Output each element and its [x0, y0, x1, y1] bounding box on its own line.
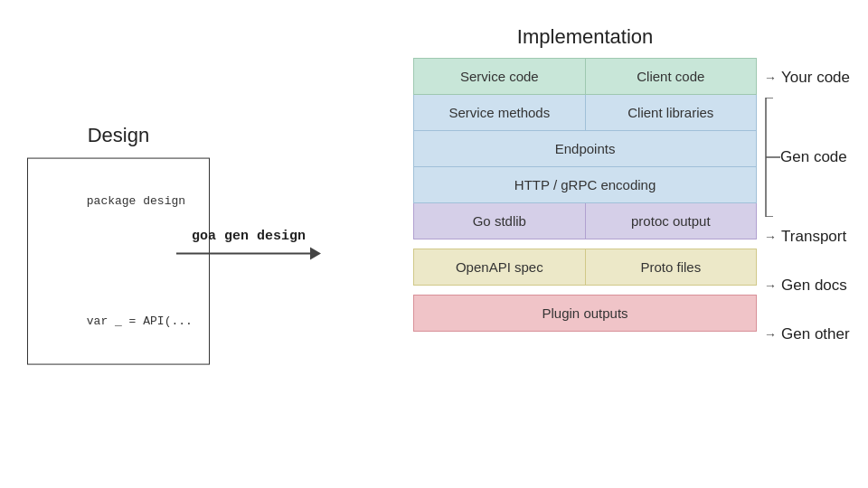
gen-code-brace [764, 98, 780, 217]
blue-cell-http-grpc: HTTP / gRPC encoding [414, 167, 756, 202]
arrow-line [176, 248, 321, 260]
gen-other-annotation: → Gen other [764, 314, 850, 354]
your-code-arrow-sym: → [764, 70, 777, 85]
gen-docs-arrow-sym: → [764, 278, 777, 293]
arrow-label: goa gen design [192, 229, 306, 244]
yellow-cell-proto: Proto files [585, 249, 757, 285]
green-row: Service code Client code [413, 58, 757, 95]
design-label: Design [88, 124, 149, 147]
transport-annotation: → Transport [764, 217, 850, 257]
gen-other-label: Gen other [781, 325, 850, 343]
code-line1: package design [87, 194, 185, 208]
boxes-column: Service code Client code Service methods… [413, 58, 757, 332]
gen-code-group: Gen code [764, 98, 850, 217]
lavender-cell-protoc: protoc output [585, 203, 757, 239]
gen-code-label-wrap: Gen code [780, 148, 847, 166]
yellow-cell-openapi: OpenAPI spec [414, 249, 585, 285]
blue-row-2: Endpoints [414, 131, 756, 167]
blue-cell-client-libraries: Client libraries [585, 95, 757, 130]
yellow-row: OpenAPI spec Proto files [413, 249, 757, 286]
gen-other-arrow-sym: → [764, 327, 777, 342]
implementation-section: Implementation Service code Client code … [413, 25, 850, 354]
impl-title: Implementation [413, 25, 757, 49]
pink-row: Plugin outputs [413, 295, 757, 332]
gen-docs-annotation: → Gen docs [764, 266, 850, 305]
gen-docs-label: Gen docs [781, 277, 847, 295]
green-cell-client-code: Client code [585, 59, 757, 94]
your-code-annotation: → Your code [764, 58, 850, 98]
blue-row-3: HTTP / gRPC encoding [414, 167, 756, 202]
blue-section: Service methods Client libraries Endpoin… [413, 95, 757, 203]
arrow-head [310, 248, 321, 260]
blue-cell-endpoints: Endpoints [414, 131, 756, 166]
gen-code-label: Gen code [780, 148, 847, 166]
impl-wrapper: Service code Client code Service methods… [413, 58, 850, 354]
arrow-shaft [176, 253, 310, 255]
your-code-label: Your code [781, 69, 850, 87]
blue-cell-service-methods: Service methods [414, 95, 585, 130]
spacer-1 [764, 257, 850, 266]
arrow-section: goa gen design [176, 229, 321, 260]
lavender-cell-go-stdlib: Go stdlib [414, 203, 585, 239]
green-cell-service-code: Service code [414, 59, 585, 94]
transport-arrow-sym: → [764, 230, 777, 244]
spacer-2 [764, 305, 850, 314]
transport-label: Transport [781, 228, 846, 246]
annotations-column: → Your code Gen code [764, 58, 850, 354]
gen-code-brace-svg [764, 98, 780, 217]
lavender-row: Go stdlib protoc output [413, 203, 757, 239]
blue-row-1: Service methods Client libraries [414, 95, 756, 131]
code-line3: var _ = API(... [87, 314, 193, 327]
code-box: package design var _ = API(... [27, 158, 210, 365]
